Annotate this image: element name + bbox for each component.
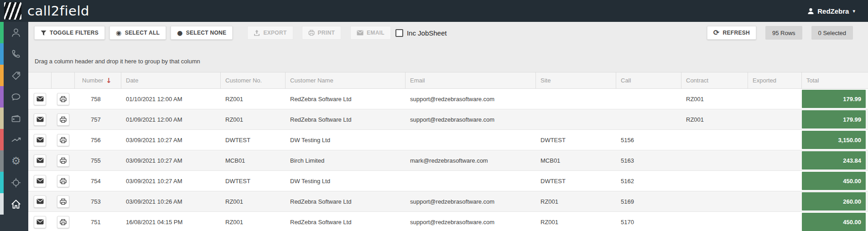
selected-count-badge: 0 Selected [811,26,853,40]
print-toolbar-button[interactable]: PRINT [302,26,342,40]
row-print-button[interactable] [57,134,69,146]
inc-jobsheet-checkbox[interactable] [395,29,403,37]
export-button[interactable]: EXPORT [247,26,293,40]
strip-calls [0,43,4,65]
toolbar: TOGGLE FILTERS ◉ SELECT ALL ● SELECT NON… [28,22,868,44]
email-toolbar-button[interactable]: EMAIL [350,26,391,40]
table-row[interactable]: 751 16/08/2021 04:15 PM RZ001 RedZebra S… [28,212,868,231]
table-row[interactable]: 758 01/10/2021 12:00 AM RZ001 RedZebra S… [28,89,868,109]
cell-site: DWTEST [536,171,616,191]
sidebar-item-messages[interactable] [0,86,28,108]
sidebar-item-locate[interactable] [0,172,28,193]
column-header-date[interactable]: Date [121,72,221,88]
table-row[interactable]: 756 03/09/2021 10:27 AM DWTEST DW Testin… [28,130,868,150]
table-row[interactable]: 755 03/09/2021 10:27 AM MCB01 Birch Limi… [28,150,868,171]
header-print-action-column [52,72,75,88]
cell-email: support@redzebrasoftware.com [405,89,536,109]
table-row[interactable]: 757 01/09/2021 12:00 AM RZ001 RedZebra S… [28,109,868,130]
row-print-button[interactable] [57,93,69,105]
sidebar-item-tags[interactable] [0,65,28,86]
row-print-button[interactable] [57,175,69,187]
sidebar-item-home[interactable] [0,193,28,215]
row-email-button[interactable] [34,175,46,187]
sidebar-item-calls[interactable] [0,43,28,65]
strip-messages [0,86,4,108]
user-icon [807,8,814,15]
column-header-contract[interactable]: Contract [681,72,748,88]
user-menu[interactable]: RedZebra ▾ [807,0,855,22]
cell-number: 754 [75,171,121,191]
row-email-button[interactable] [34,134,46,146]
speech-bubble-icon [4,92,28,103]
user-name: RedZebra [817,7,849,15]
cell-email [405,171,536,191]
cell-customer-no: RZ001 [221,89,286,109]
call2field-logo-icon [4,2,21,20]
printer-icon [60,178,67,185]
strip-reports [0,129,4,150]
inc-jobsheet-toggle[interactable]: Inc JobSheet [395,29,447,37]
select-none-button[interactable]: ● SELECT NONE [171,26,233,40]
cell-site: DWTEST [536,130,616,150]
cell-contract [681,212,748,231]
line-chart-icon [4,134,28,145]
cell-date: 16/08/2021 04:15 PM [121,212,221,231]
row-email-button[interactable] [34,93,46,105]
row-email-button[interactable] [34,216,46,228]
sidebar-item-contacts[interactable] [0,22,28,43]
row-email-button[interactable] [34,154,46,167]
sidebar-item-wallet[interactable] [0,108,28,129]
total-amount-badge: 450.00 [802,172,866,190]
cell-exported [748,212,802,231]
cell-email: support@redzebrasoftware.com [405,212,536,231]
cell-site: RZ001 [536,212,616,231]
cell-customer-name: Birch Limited [286,150,405,170]
refresh-button[interactable]: ⟳ REFRESH [707,26,756,40]
cell-site: MCB01 [536,150,616,170]
column-header-customer-no[interactable]: Customer No. [221,72,286,88]
row-email-button[interactable] [34,113,46,126]
strip-home [0,193,4,215]
group-by-dropzone[interactable]: Drag a column header and drop it here to… [28,44,868,72]
envelope-icon [36,96,44,102]
cell-customer-no: DWTEST [221,171,286,191]
filter-funnel-icon [41,30,47,36]
sidebar-item-reports[interactable] [0,129,28,150]
column-header-customer-name[interactable]: Customer Name [286,72,405,88]
row-print-button[interactable] [57,216,69,228]
phone-icon [4,49,28,59]
column-header-number[interactable]: Number ↓ [75,72,121,88]
rows-count-badge: 95 Rows [765,26,802,40]
sidebar-item-settings[interactable]: ⚙ [0,150,28,172]
select-all-button[interactable]: ◉ SELECT ALL [109,26,166,40]
total-amount-badge: 3,150.00 [802,131,866,149]
group-by-hint: Drag a column header and drop it here to… [35,58,200,65]
cell-date: 03/09/2021 10:27 AM [121,130,221,150]
row-email-button[interactable] [34,195,46,208]
table-row[interactable]: 753 03/09/2021 10:26 AM RZ001 RedZebra S… [28,191,868,212]
wallet-icon [4,113,28,124]
column-header-site[interactable]: Site [536,72,616,88]
cell-call: 5170 [616,212,681,231]
column-header-email[interactable]: Email [405,72,536,88]
toggle-filters-button[interactable]: TOGGLE FILTERS [34,26,105,40]
total-amount-badge: 243.84 [802,151,866,169]
table-row[interactable]: 754 03/09/2021 10:27 AM DWTEST DW Testin… [28,171,868,191]
column-header-exported[interactable]: Exported [748,72,802,88]
cell-call [616,89,681,109]
cell-customer-no: DWTEST [221,130,286,150]
column-header-total[interactable]: Total [802,72,868,88]
cell-customer-name: DW Testing Ltd [286,130,405,150]
cell-exported [748,109,802,129]
cell-date: 03/09/2021 10:26 AM [121,191,221,211]
cell-date: 01/10/2021 12:00 AM [121,89,221,109]
total-amount-badge: 179.99 [802,90,866,108]
envelope-icon [36,199,44,204]
cell-customer-name: RedZebra Software Ltd [286,191,405,211]
row-print-button[interactable] [57,154,69,167]
column-header-call[interactable]: Call [616,72,681,88]
cell-call: 5169 [616,191,681,211]
row-print-button[interactable] [57,195,69,208]
export-icon [254,30,260,36]
row-print-button[interactable] [57,113,69,126]
